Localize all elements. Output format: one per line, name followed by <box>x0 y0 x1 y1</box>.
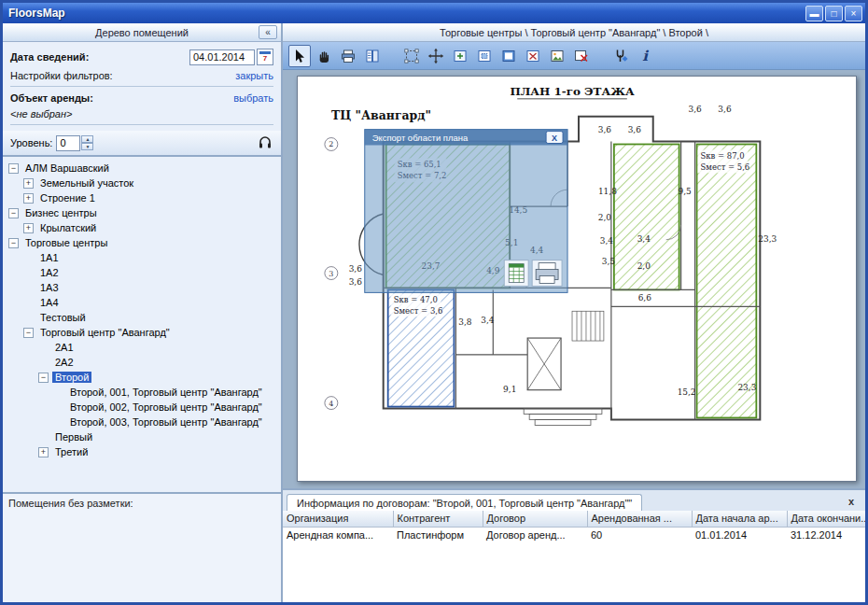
tree-item-label[interactable]: Второй, 001, Торговый центр "Авангард" <box>67 387 265 398</box>
tree-item-label[interactable]: 1А4 <box>37 297 62 308</box>
tree-item-label[interactable]: Второй, 003, Торговый центр "Авангард" <box>67 416 265 428</box>
contracts-close-button[interactable]: x <box>843 496 860 507</box>
column-header[interactable]: Договор <box>483 511 587 527</box>
title-bar: FloorsMap ▬ □ × <box>3 3 865 23</box>
tree-item[interactable]: −Торговый центр "Авангард" <box>5 325 279 340</box>
column-header[interactable]: Дата окончани... <box>787 511 865 527</box>
tree-item[interactable]: −АЛМ Варшавский <box>5 161 279 176</box>
column-header[interactable]: Контрагент <box>393 511 483 527</box>
cursor-tool-button[interactable] <box>288 45 311 67</box>
tree-item[interactable]: +Строение 1 <box>5 190 279 205</box>
collapse-icon[interactable]: − <box>8 238 19 248</box>
tree-item[interactable]: Второй, 002, Торговый центр "Авангард" <box>5 400 279 415</box>
print-button[interactable] <box>337 45 359 67</box>
report-button[interactable] <box>361 45 384 67</box>
contracts-tab[interactable]: Информация по договорам: "Второй, 001, Т… <box>287 494 642 511</box>
tree-item-label[interactable]: 2А2 <box>52 357 77 368</box>
maximize-button[interactable]: □ <box>825 6 843 21</box>
expand-icon[interactable]: + <box>23 223 34 233</box>
headset-button[interactable] <box>257 134 273 152</box>
tree-item-label[interactable]: Крылатский <box>37 222 99 233</box>
select-region-button[interactable] <box>400 45 423 67</box>
tree-item[interactable]: +Третий <box>5 444 279 459</box>
tree-item[interactable]: −Торговые центры <box>5 235 279 250</box>
tree-item[interactable]: Первый <box>5 429 279 444</box>
tree-item-label[interactable]: Третий <box>52 446 91 457</box>
tree-item[interactable]: 1А4 <box>5 295 279 310</box>
tree-item[interactable]: 1А3 <box>5 280 279 295</box>
tree-item[interactable]: 2А2 <box>5 355 279 370</box>
tree-item[interactable]: 2А1 <box>5 340 279 355</box>
tree-item[interactable]: Второй, 001, Торговый центр "Авангард" <box>5 385 279 400</box>
tree-item[interactable]: Второй, 003, Торговый центр "Авангард" <box>5 415 279 429</box>
expand-icon[interactable]: + <box>38 447 49 457</box>
image-remove-button[interactable] <box>570 45 593 67</box>
room-green-right-b[interactable]: Sкв = 87,0 Sмест = 5,6 <box>697 144 757 417</box>
tree-item-label[interactable]: 1А1 <box>37 252 62 263</box>
collapse-icon[interactable]: − <box>38 373 49 383</box>
column-header[interactable]: Арендованная ... <box>587 511 692 527</box>
zoom-clear-button[interactable] <box>522 45 544 67</box>
collapse-panel-button[interactable]: « <box>259 25 277 39</box>
tree-item[interactable]: +Крылатский <box>5 220 279 235</box>
tree-item[interactable]: 1А2 <box>5 265 279 280</box>
tree-item-label[interactable]: Торговый центр "Авангард" <box>37 327 173 338</box>
settings-button[interactable] <box>609 45 632 67</box>
plan-page[interactable]: ПЛАН 1-го ЭТАЖА ТЦ "Авангард" 2 3 4 <box>297 76 857 482</box>
tree-panel-title: Дерево помещений <box>95 27 189 38</box>
tree-item-label[interactable]: 2А1 <box>52 342 77 353</box>
no-markup-header: Помещения без разметки: <box>8 498 133 509</box>
filters-close-link[interactable]: закрыть <box>235 70 273 81</box>
column-header[interactable]: Организация <box>283 511 393 527</box>
tree-item-label[interactable]: 1А3 <box>37 282 62 293</box>
tree-item[interactable]: −Бизнес центры <box>5 205 279 220</box>
tree-item-label[interactable]: Тестовый <box>37 312 89 323</box>
pan-tool-button[interactable] <box>313 45 335 67</box>
collapse-icon[interactable]: − <box>23 328 34 338</box>
rent-object-label: Объект аренды: <box>10 92 93 104</box>
collapse-icon[interactable]: − <box>8 163 19 174</box>
expand-icon[interactable]: + <box>23 178 34 189</box>
tree-item-label[interactable]: Земельный участок <box>37 177 136 189</box>
move-button[interactable] <box>425 45 447 67</box>
level-up-button[interactable]: ▲ <box>81 135 93 143</box>
tree-item-label[interactable]: Торговые центры <box>22 237 110 248</box>
zoom-in-button[interactable] <box>449 45 471 67</box>
tree-item[interactable]: Тестовый <box>5 310 279 325</box>
table-cell: 01.01.2014 <box>692 527 787 542</box>
rent-select-link[interactable]: выбрать <box>233 92 273 104</box>
tree-item[interactable]: −Второй <box>5 370 279 385</box>
export-print-button[interactable] <box>532 260 562 287</box>
export-save-button[interactable] <box>504 260 528 287</box>
expand-icon[interactable]: + <box>23 193 34 204</box>
tree-item-label[interactable]: Второй <box>52 372 91 383</box>
no-markup-panel: Помещения без разметки: <box>3 492 281 602</box>
svg-text:3,4: 3,4 <box>600 236 614 246</box>
minimize-button[interactable]: ▬ <box>805 6 823 21</box>
tree-item-label[interactable]: АЛМ Варшавский <box>22 162 112 174</box>
date-picker-button[interactable]: 7 <box>257 49 273 65</box>
zoom-box-button[interactable] <box>473 45 496 67</box>
tree-panel: Дерево помещений « Дата сведений: 04.01.… <box>3 23 283 602</box>
level-down-button[interactable]: ▼ <box>81 143 93 150</box>
svg-text:9,1: 9,1 <box>503 385 516 394</box>
tree-item[interactable]: +Земельный участок <box>5 176 279 190</box>
zoom-region-button[interactable] <box>497 45 520 67</box>
info-button[interactable]: i <box>634 45 656 67</box>
tree-item-label[interactable]: Строение 1 <box>37 192 98 204</box>
tree-item[interactable]: 1А1 <box>5 250 279 265</box>
column-header[interactable]: Дата начала ар... <box>692 511 787 527</box>
date-input[interactable]: 04.01.2014 <box>189 49 255 65</box>
collapse-icon[interactable]: − <box>8 208 19 218</box>
contracts-header-row: ОрганизацияКонтрагентДоговорАрендованная… <box>283 511 865 527</box>
export-close-button[interactable]: X <box>546 132 563 144</box>
tree-item-label[interactable]: Первый <box>52 431 95 443</box>
close-button[interactable]: × <box>845 6 862 21</box>
tree-item-label[interactable]: 1А2 <box>37 267 62 278</box>
tree-item-label[interactable]: Бизнес центры <box>22 207 100 218</box>
table-row[interactable]: Арендная компа...ПластинформДоговор арен… <box>283 527 865 542</box>
image-export-button[interactable] <box>546 45 568 67</box>
level-input[interactable]: 0 <box>56 135 80 151</box>
room-blue[interactable]: Sкв = 47,0 Sмест = 3,6 <box>388 289 455 406</box>
tree-item-label[interactable]: Второй, 002, Торговый центр "Авангард" <box>67 401 265 413</box>
